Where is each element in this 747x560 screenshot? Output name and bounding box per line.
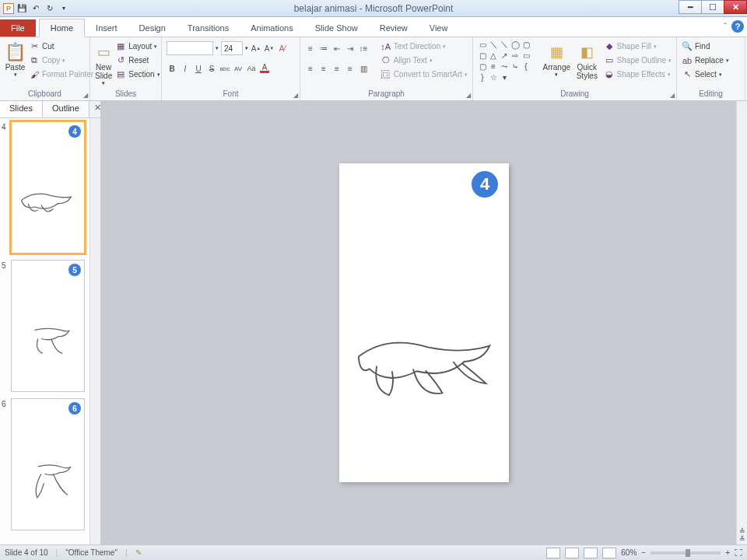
font-color-button[interactable]: A xyxy=(259,62,270,75)
justify-button[interactable]: ≡ xyxy=(345,62,356,75)
cut-button[interactable]: ✂Cut xyxy=(29,40,93,53)
clear-formatting-button[interactable]: A⁄ xyxy=(277,42,288,54)
grow-font-button[interactable]: A▲ xyxy=(251,42,261,54)
tab-outline-pane[interactable]: Outline xyxy=(43,101,89,117)
format-painter-button[interactable]: 🖌Format Painter xyxy=(29,68,93,81)
normal-view-button[interactable] xyxy=(546,548,560,558)
tab-slideshow[interactable]: Slide Show xyxy=(304,19,369,37)
replace-button[interactable]: abReplace▾ xyxy=(682,54,729,67)
cut-icon: ✂ xyxy=(29,41,40,51)
italic-button[interactable]: I xyxy=(180,62,191,75)
change-case-button[interactable]: Aa xyxy=(246,62,257,75)
align-right-button[interactable]: ≡ xyxy=(331,62,342,75)
increase-indent-button[interactable]: ⇥ xyxy=(345,42,356,54)
thumbnail-slide-5[interactable]: 5 xyxy=(11,260,85,392)
shrink-font-button[interactable]: A▼ xyxy=(264,42,275,54)
thumbnail-row[interactable]: 5 5 xyxy=(2,260,88,392)
columns-button[interactable]: ▥ xyxy=(358,62,369,75)
tab-design[interactable]: Design xyxy=(128,19,177,37)
line-spacing-button[interactable]: ↕≡ xyxy=(358,42,369,54)
redo-button[interactable]: ↻ xyxy=(44,2,56,15)
tab-slides-pane[interactable]: Slides xyxy=(0,101,43,117)
align-center-button[interactable]: ≡ xyxy=(318,62,329,75)
prev-slide-arrow-icon[interactable]: ≙ xyxy=(739,527,745,535)
tab-review[interactable]: Review xyxy=(369,19,419,37)
save-button[interactable]: 💾 xyxy=(16,2,28,15)
arrange-button[interactable]: ▦ Arrange ▾ xyxy=(542,40,570,78)
shadow-button[interactable]: abc xyxy=(219,62,230,75)
help-icon[interactable]: ? xyxy=(731,20,744,33)
thumbnail-slide-4[interactable]: 4 xyxy=(11,121,85,254)
fit-to-window-button[interactable]: ⛶ xyxy=(735,548,742,557)
find-button[interactable]: 🔍Find xyxy=(682,40,729,53)
group-drawing-label: Drawing xyxy=(478,89,672,100)
zoom-out-button[interactable]: − xyxy=(641,548,646,557)
minimize-ribbon-icon[interactable]: ˆ xyxy=(724,22,727,31)
maximize-button[interactable]: ☐ xyxy=(701,0,724,14)
reading-view-button[interactable] xyxy=(584,548,598,558)
thumbnail-list[interactable]: 4 4 5 5 6 xyxy=(0,118,89,544)
spellcheck-icon[interactable]: ✎ xyxy=(135,548,142,557)
bold-button[interactable]: B xyxy=(167,62,177,75)
tab-animations[interactable]: Animations xyxy=(240,19,303,37)
shape-outline-button[interactable]: ▭Shape Outline▾ xyxy=(604,54,672,67)
shape-outline-label: Shape Outline xyxy=(617,56,666,65)
quick-styles-button[interactable]: ◧ Quick Styles xyxy=(573,40,601,80)
undo-button[interactable]: ↶ xyxy=(30,2,42,15)
tab-insert[interactable]: Insert xyxy=(85,19,128,37)
paste-button[interactable]: 📋 Paste ▾ xyxy=(5,40,26,78)
zoom-in-button[interactable]: + xyxy=(725,548,730,557)
slide-nav-arrows[interactable]: ≙ ≚ xyxy=(739,527,745,543)
shape-more-icon[interactable]: ▾ xyxy=(500,72,509,82)
font-family-combobox[interactable] xyxy=(167,41,213,55)
strikethrough-button[interactable]: S xyxy=(206,62,217,75)
panel-scrollbar[interactable] xyxy=(89,118,100,544)
copy-icon: ⧉ xyxy=(29,55,40,65)
thumbnail-row[interactable]: 4 4 xyxy=(2,121,88,254)
zoom-slider[interactable] xyxy=(651,551,721,555)
tab-file[interactable]: File xyxy=(0,19,36,37)
current-slide[interactable]: 4 xyxy=(339,163,509,482)
minimize-button[interactable]: ━ xyxy=(679,0,702,14)
close-button[interactable]: ✕ xyxy=(724,0,747,14)
new-slide-button[interactable]: ▭ New Slide ▾ xyxy=(95,40,112,86)
char-spacing-button[interactable]: AV xyxy=(233,62,244,75)
sorter-view-button[interactable] xyxy=(565,548,579,558)
bullets-button[interactable]: ≡ xyxy=(305,42,316,54)
slide-counter: Slide 4 of 10 xyxy=(5,548,48,557)
align-text-button[interactable]: ⎔Align Text▾ xyxy=(381,54,468,67)
font-launcher[interactable]: ◢ xyxy=(293,92,298,99)
numbering-button[interactable]: ≔ xyxy=(318,42,329,54)
paragraph-launcher[interactable]: ◢ xyxy=(466,92,471,99)
convert-smartart-button[interactable]: ⿴Convert to SmartArt▾ xyxy=(381,68,468,81)
group-font-label: Font xyxy=(167,89,295,100)
quick-access-toolbar: P 💾 ↶ ↻ ▾ xyxy=(0,2,70,15)
zoom-level[interactable]: 60% xyxy=(621,548,637,557)
reset-button[interactable]: ↺Reset xyxy=(115,54,160,67)
thumbnail-slide-6[interactable]: 6 xyxy=(11,398,85,530)
shape-effects-button[interactable]: ◒Shape Effects▾ xyxy=(604,68,672,81)
tab-transitions[interactable]: Transitions xyxy=(177,19,240,37)
underline-button[interactable]: U xyxy=(193,62,204,75)
slideshow-view-button[interactable] xyxy=(602,548,616,558)
next-slide-arrow-icon[interactable]: ≚ xyxy=(739,535,745,543)
layout-button[interactable]: ▦Layout▾ xyxy=(115,40,160,53)
clipboard-launcher[interactable]: ◢ xyxy=(83,92,88,99)
align-left-button[interactable]: ≡ xyxy=(305,62,316,75)
canvas-scrollbar-vertical[interactable] xyxy=(736,101,747,544)
section-button[interactable]: ▤Section▾ xyxy=(115,68,160,81)
shapes-gallery[interactable]: ▭ ＼ ＼ ◯ ▢ ▢ △ ↗ ⇨ ▭ ▢ ≡ ⤳ ⤷ { } ☆ ▾ xyxy=(478,40,539,82)
drawing-launcher[interactable]: ◢ xyxy=(670,92,675,99)
font-size-combobox[interactable]: 24 xyxy=(221,41,243,55)
tab-home[interactable]: Home xyxy=(39,19,85,37)
group-drawing: ▭ ＼ ＼ ◯ ▢ ▢ △ ↗ ⇨ ▭ ▢ ≡ ⤳ ⤷ { } ☆ ▾ ▦ xyxy=(473,37,677,100)
qat-customize-dropdown[interactable]: ▾ xyxy=(58,2,70,15)
decrease-indent-button[interactable]: ⇤ xyxy=(331,42,342,54)
select-button[interactable]: ↖Select▾ xyxy=(682,68,729,81)
copy-button[interactable]: ⧉Copy▾ xyxy=(29,54,93,67)
text-direction-button[interactable]: ↕AText Direction▾ xyxy=(381,40,468,53)
tab-view[interactable]: View xyxy=(419,19,459,37)
text-direction-label: Text Direction xyxy=(394,42,441,51)
thumbnail-row[interactable]: 6 6 xyxy=(2,398,88,530)
shape-fill-button[interactable]: ◆Shape Fill▾ xyxy=(604,40,672,53)
